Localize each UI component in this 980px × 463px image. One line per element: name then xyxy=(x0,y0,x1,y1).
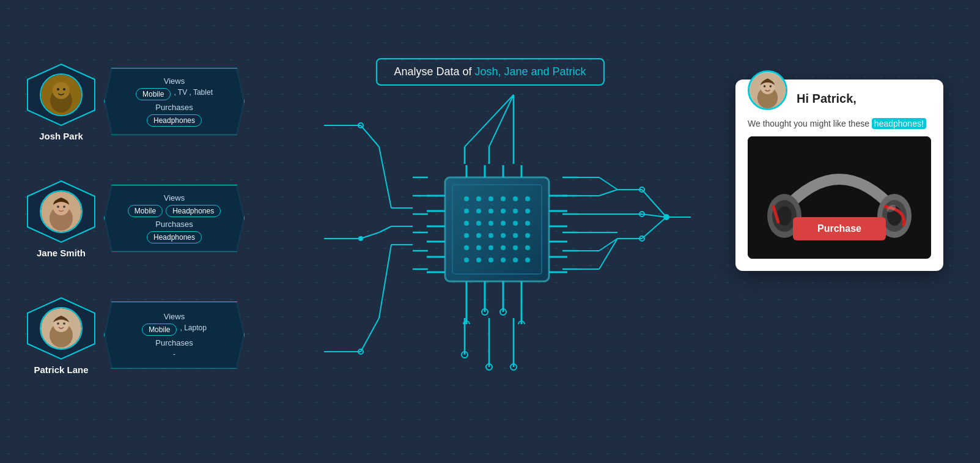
cpu-chip-svg xyxy=(427,165,567,324)
svg-point-112 xyxy=(501,257,506,262)
avatar-josh xyxy=(40,73,83,116)
data-box-jane: Views Mobile Headphones Purchases Headph… xyxy=(104,185,245,252)
result-card-header: Hi Patrick, xyxy=(748,92,931,110)
josh-tag-headphones: Headphones xyxy=(147,114,202,127)
jane-views-tags: Mobile Headphones xyxy=(128,205,221,217)
patrick-tag-mobile: Mobile xyxy=(142,324,177,336)
svg-point-69 xyxy=(57,206,59,208)
svg-point-76 xyxy=(63,322,65,325)
patrick-views-label: Views xyxy=(164,312,185,321)
svg-point-93 xyxy=(488,221,493,226)
svg-point-113 xyxy=(513,257,518,262)
jane-tag-headphones-purchase: Headphones xyxy=(147,231,202,243)
svg-point-62 xyxy=(53,82,70,99)
headphones-image: Purchase xyxy=(748,136,931,259)
user-row-patrick: Patrick Lane Views Mobile , Laptop Purch… xyxy=(24,295,245,375)
user-card-patrick: Patrick Lane xyxy=(24,295,98,375)
user-name-josh: Josh Park xyxy=(39,131,83,141)
svg-point-86 xyxy=(476,209,481,213)
svg-point-105 xyxy=(488,245,493,250)
svg-point-114 xyxy=(525,257,530,262)
svg-point-103 xyxy=(464,245,469,250)
josh-purchase-tags: Headphones xyxy=(147,114,202,127)
user-name-jane: Jane Smith xyxy=(37,248,86,258)
svg-point-79 xyxy=(464,196,469,201)
svg-point-82 xyxy=(501,196,506,201)
josh-purchases-label: Purchases xyxy=(155,103,193,112)
result-avatar-patrick xyxy=(748,70,787,110)
svg-point-143 xyxy=(770,85,772,87)
hex-container-patrick xyxy=(24,295,98,362)
svg-point-85 xyxy=(464,209,469,213)
svg-point-108 xyxy=(525,245,530,250)
svg-point-80 xyxy=(476,196,481,201)
svg-point-70 xyxy=(63,206,65,208)
patrick-views-plain: , Laptop xyxy=(180,324,206,336)
svg-point-110 xyxy=(476,257,481,262)
svg-point-142 xyxy=(764,85,766,87)
svg-point-104 xyxy=(476,245,481,250)
title-box: Analyse Data of Josh, Jane and Patrick xyxy=(375,58,604,86)
svg-point-96 xyxy=(525,221,530,226)
svg-point-63 xyxy=(57,88,59,91)
user-row-jane: Jane Smith Views Mobile Headphones Purch… xyxy=(24,178,245,258)
result-message-highlight: headphones! xyxy=(872,118,926,129)
svg-point-75 xyxy=(57,322,59,325)
josh-views-plain: , TV , Tablet xyxy=(174,88,213,100)
svg-point-91 xyxy=(464,221,469,226)
user-card-jane: Jane Smith xyxy=(24,178,98,258)
users-section: Josh Park Views Mobile , TV , Tablet Pur… xyxy=(24,61,245,375)
user-name-patrick: Patrick Lane xyxy=(34,365,88,375)
svg-point-83 xyxy=(513,196,518,201)
result-text-block: Hi Patrick, xyxy=(797,92,857,106)
svg-point-107 xyxy=(513,245,518,250)
result-greeting: Hi Patrick, xyxy=(797,92,857,106)
jane-purchase-tags: Headphones xyxy=(147,231,202,243)
data-box-josh: Views Mobile , TV , Tablet Purchases Hea… xyxy=(104,68,245,135)
josh-views-label: Views xyxy=(164,76,185,86)
title-highlight: Josh, Jane and Patrick xyxy=(474,65,586,78)
svg-point-90 xyxy=(525,209,530,213)
jane-tag-headphones: Headphones xyxy=(166,205,221,217)
svg-point-84 xyxy=(525,196,530,201)
svg-point-95 xyxy=(513,221,518,226)
jane-views-label: Views xyxy=(164,193,185,202)
cpu-chip-container xyxy=(427,165,567,327)
svg-point-92 xyxy=(476,221,481,226)
result-message-before: We thought you might like these xyxy=(748,119,872,128)
josh-views-tags: Mobile , TV , Tablet xyxy=(136,88,213,100)
svg-rect-77 xyxy=(445,177,549,281)
svg-point-89 xyxy=(513,209,518,213)
svg-point-99 xyxy=(488,233,493,238)
svg-point-87 xyxy=(488,209,493,213)
svg-point-98 xyxy=(476,233,481,238)
user-row-josh: Josh Park Views Mobile , TV , Tablet Pur… xyxy=(24,61,245,141)
svg-point-88 xyxy=(501,209,506,213)
svg-point-100 xyxy=(501,233,506,238)
patrick-views-tags: Mobile , Laptop xyxy=(142,324,207,336)
result-message: We thought you might like these headphon… xyxy=(748,117,931,130)
svg-point-102 xyxy=(525,233,530,238)
svg-point-97 xyxy=(464,233,469,238)
patrick-purchases-label: Purchases xyxy=(155,338,193,347)
hex-container-jane xyxy=(24,178,98,245)
svg-point-94 xyxy=(501,221,506,226)
user-card-josh: Josh Park xyxy=(24,61,98,141)
data-box-patrick: Views Mobile , Laptop Purchases - xyxy=(104,302,245,369)
josh-tag-mobile: Mobile xyxy=(136,88,171,100)
patrick-purchase-plain: - xyxy=(173,350,175,358)
svg-point-109 xyxy=(464,257,469,262)
purchase-button[interactable]: Purchase xyxy=(793,217,886,240)
patrick-purchase-tags: - xyxy=(173,350,175,358)
headphones-visual xyxy=(748,136,931,259)
avatar-patrick xyxy=(40,307,83,350)
jane-tag-mobile: Mobile xyxy=(128,205,163,217)
svg-point-111 xyxy=(488,257,493,262)
svg-point-106 xyxy=(501,245,506,250)
hex-container-josh xyxy=(24,61,98,128)
avatar-jane xyxy=(40,190,83,233)
svg-point-101 xyxy=(513,233,518,238)
jane-purchases-label: Purchases xyxy=(155,220,193,229)
svg-point-64 xyxy=(63,88,65,91)
svg-point-81 xyxy=(488,196,493,201)
